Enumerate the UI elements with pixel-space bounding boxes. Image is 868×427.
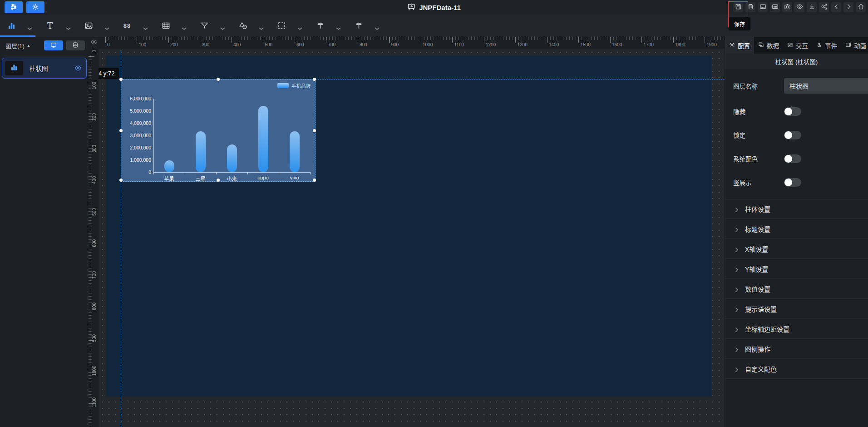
- toggle-knob: [784, 179, 792, 186]
- design-canvas[interactable]: 手机品牌6,000,0005,000,0004,000,0003,000,000…: [99, 49, 725, 427]
- vertical-ruler[interactable]: 010020030040050060070080090010001100: [89, 49, 99, 427]
- selection-handle[interactable]: [119, 179, 123, 182]
- selection-handle[interactable]: [217, 78, 220, 81]
- chart-tool[interactable]: [0, 15, 39, 37]
- chevron-down-icon[interactable]: [336, 24, 341, 27]
- marquee-tool[interactable]: [270, 15, 309, 37]
- bar-chart-icon: [6, 21, 16, 31]
- bar-chart-element[interactable]: 手机品牌6,000,0005,000,0004,000,0003,000,000…: [121, 79, 316, 182]
- chevron-down-icon[interactable]: [143, 24, 148, 27]
- chevron-down-icon[interactable]: [104, 24, 109, 27]
- selection-handle[interactable]: [313, 78, 316, 81]
- delete-button[interactable]: [745, 2, 755, 12]
- decorate-tool-1[interactable]: [309, 15, 347, 37]
- number-tool[interactable]: 88: [116, 15, 154, 37]
- section-数值设置[interactable]: 数值设置: [725, 279, 868, 299]
- section-图例操作[interactable]: 图例操作: [725, 339, 868, 359]
- bar: [227, 144, 237, 172]
- share-button[interactable]: [819, 2, 829, 12]
- eye-icon: [796, 3, 803, 11]
- toggle-label: 锁定: [733, 130, 784, 139]
- ruler-button[interactable]: [758, 2, 768, 12]
- h-ruler-number: 1600: [612, 42, 622, 47]
- layer-item-label: 柱状图: [30, 64, 48, 73]
- layer-item-bar-chart[interactable]: 柱状图: [2, 58, 87, 79]
- h-ruler-number: 700: [328, 42, 336, 47]
- settings-button[interactable]: [26, 1, 44, 13]
- layer-name-input[interactable]: [784, 78, 868, 94]
- chevron-right-icon: [735, 366, 739, 372]
- screen-view-button[interactable]: [44, 40, 63, 50]
- bar: [290, 131, 300, 172]
- x-axis-line: [153, 172, 311, 173]
- section-柱体设置[interactable]: 柱体设置: [725, 199, 868, 219]
- collapse-up-icon[interactable]: ▲: [27, 44, 30, 48]
- tab-动画[interactable]: 动画: [841, 37, 868, 54]
- export-button[interactable]: [807, 2, 817, 12]
- x-category-label: vivo: [279, 175, 310, 180]
- tab-交互[interactable]: 交互: [783, 37, 812, 54]
- home-button[interactable]: [856, 2, 866, 12]
- tab-事件[interactable]: 事件: [812, 37, 841, 54]
- horizontal-ruler[interactable]: 0100200300400500600700800900100011001200…: [99, 37, 725, 49]
- h-ruler-number: 1300: [518, 42, 528, 47]
- toggle-row-隐藏: 隐藏: [733, 104, 860, 118]
- widgets-button[interactable]: [770, 2, 780, 12]
- toggle-switch[interactable]: [784, 178, 801, 187]
- save-button[interactable]: [733, 2, 743, 12]
- toggle-switch[interactable]: [784, 131, 801, 139]
- selection-handle[interactable]: [217, 179, 220, 182]
- v-ruler-number: 1000: [92, 366, 97, 376]
- y-tick-label: 5,000,000: [121, 108, 151, 114]
- chevron-down-icon[interactable]: [375, 24, 380, 27]
- layer-visibility-icon[interactable]: [74, 65, 82, 72]
- section-自定义配色[interactable]: 自定义配色: [725, 359, 868, 379]
- tab-label: 数据: [767, 41, 779, 50]
- layers-panel: 图层(1) ▲ 柱状图: [0, 37, 89, 427]
- section-坐标轴边距设置[interactable]: 坐标轴边距设置: [725, 319, 868, 339]
- tab-配置[interactable]: 配置: [725, 37, 754, 54]
- number-88-icon: 88: [122, 21, 132, 31]
- tab-数据[interactable]: 数据: [754, 37, 783, 54]
- chevron-down-icon[interactable]: [182, 24, 187, 27]
- presentation-board-icon: [407, 3, 415, 12]
- ruler-corner[interactable]: [89, 37, 99, 49]
- panel-toggle-button[interactable]: [5, 1, 23, 13]
- decorate-tool-2[interactable]: [347, 15, 386, 37]
- text-tool[interactable]: T: [39, 15, 77, 37]
- section-Y轴设置[interactable]: Y轴设置: [725, 259, 868, 279]
- section-提示语设置[interactable]: 提示语设置: [725, 299, 868, 319]
- data-view-button[interactable]: [66, 40, 85, 50]
- filter-tool[interactable]: [193, 15, 232, 37]
- table-tool[interactable]: [154, 15, 193, 37]
- tab-label: 事件: [825, 41, 837, 50]
- section-label: 自定义配色: [745, 364, 777, 373]
- chevron-down-icon[interactable]: [259, 24, 264, 27]
- forward-button[interactable]: [843, 2, 853, 12]
- chevron-down-icon[interactable]: [220, 24, 225, 27]
- barcode-icon: [772, 3, 779, 11]
- chevron-left-icon: [833, 3, 840, 11]
- chevron-down-icon[interactable]: [27, 24, 32, 27]
- selection-handle[interactable]: [119, 78, 123, 81]
- x-axis-tick: [216, 172, 217, 174]
- section-标题设置[interactable]: 标题设置: [725, 219, 868, 239]
- screenshot-button[interactable]: [782, 2, 792, 12]
- toggle-switch[interactable]: [784, 154, 801, 163]
- toggle-switch[interactable]: [784, 107, 801, 116]
- layer-name-label: 图层名称: [733, 81, 784, 90]
- chevron-down-icon[interactable]: [297, 24, 302, 27]
- selection-handle[interactable]: [119, 129, 123, 132]
- top-bar: JNPFData-11: [0, 0, 868, 15]
- image-tool[interactable]: [77, 15, 116, 37]
- selection-handle[interactable]: [313, 179, 316, 182]
- shape-tool[interactable]: [232, 15, 270, 37]
- selection-handle[interactable]: [313, 129, 316, 132]
- preview-button[interactable]: [794, 2, 804, 12]
- chevron-down-icon[interactable]: [66, 24, 71, 27]
- layer-name-row: 图层名称: [733, 78, 860, 94]
- v-ruler-number: 600: [92, 239, 97, 247]
- section-X轴设置[interactable]: X轴设置: [725, 239, 868, 259]
- back-button[interactable]: [831, 2, 841, 12]
- x-axis-tick: [279, 172, 279, 174]
